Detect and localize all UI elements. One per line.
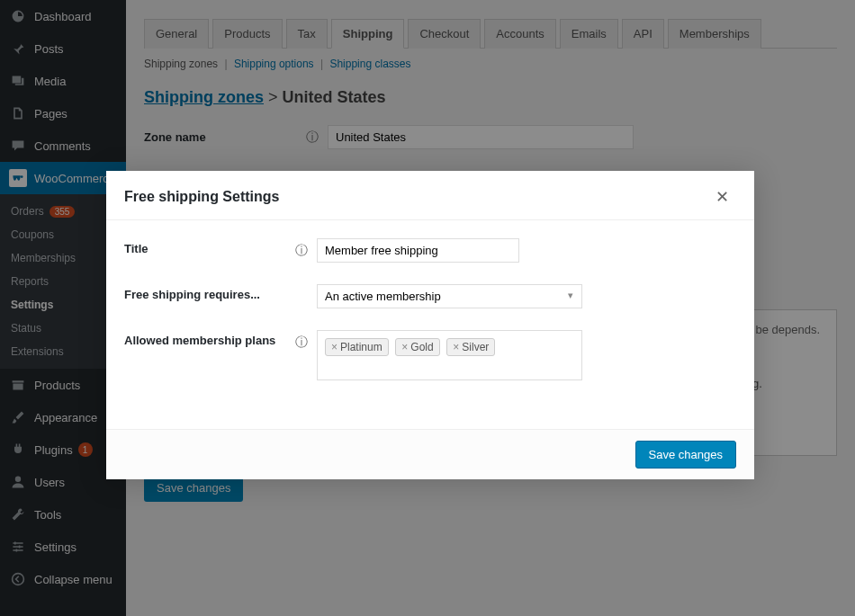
modal-save-button[interactable]: Save changes bbox=[635, 441, 736, 469]
remove-tag-icon[interactable]: × bbox=[331, 341, 338, 353]
help-icon[interactable]: ⓘ bbox=[295, 238, 308, 259]
requires-row: Free shipping requires... ⓘ An active me… bbox=[124, 284, 736, 308]
title-label: Title bbox=[124, 238, 295, 255]
plan-tag: ×Gold bbox=[395, 338, 439, 356]
plan-tag: ×Platinum bbox=[325, 338, 389, 356]
modal-title: Free shipping Settings bbox=[124, 189, 279, 205]
requires-label: Free shipping requires... bbox=[124, 284, 295, 301]
help-icon[interactable]: ⓘ bbox=[295, 330, 308, 351]
free-shipping-settings-modal: Free shipping Settings ✕ Title ⓘ Free sh… bbox=[106, 171, 754, 479]
title-input[interactable] bbox=[317, 238, 519, 263]
plans-tag-input[interactable]: ×Platinum ×Gold ×Silver bbox=[317, 330, 582, 380]
plans-label: Allowed membership plans bbox=[124, 330, 295, 347]
modal-close-button[interactable]: ✕ bbox=[708, 183, 736, 210]
plan-tag: ×Silver bbox=[446, 338, 495, 356]
modal-body: Title ⓘ Free shipping requires... ⓘ An a… bbox=[106, 220, 754, 429]
remove-tag-icon[interactable]: × bbox=[401, 341, 408, 353]
modal-header: Free shipping Settings ✕ bbox=[106, 171, 754, 220]
remove-tag-icon[interactable]: × bbox=[453, 341, 459, 353]
modal-footer: Save changes bbox=[106, 429, 754, 479]
requires-select[interactable]: An active membership bbox=[317, 284, 582, 308]
plans-row: Allowed membership plans ⓘ ×Platinum ×Go… bbox=[124, 330, 736, 380]
title-row: Title ⓘ bbox=[124, 238, 736, 263]
